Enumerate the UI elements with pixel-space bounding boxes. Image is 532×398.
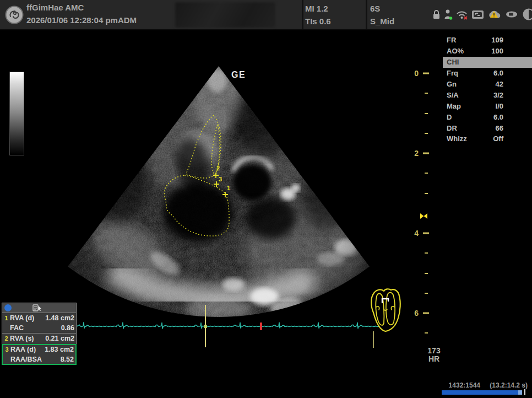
param-row-fr: FR109: [443, 35, 532, 46]
top-status-bar: ffGimHae AMC 2026/01/06 12:28:04 pmADM M…: [0, 0, 532, 30]
fan-orientation-label: GE: [231, 70, 246, 80]
measurement-row[interactable]: 3RAA (d)1.83 cm2: [3, 345, 75, 354]
status-icon-row: [432, 7, 532, 21]
preset-name: S_Mid: [370, 17, 394, 26]
status-dot: [4, 304, 12, 311]
operator-id: ADM: [118, 15, 137, 25]
measurement-number: 3: [4, 346, 9, 353]
measurement-row[interactable]: 2RVA (s)0.21 cm2: [2, 334, 76, 343]
imaging-parameters-panel: FR109AO%100CHIFrq6.0Gn42S/A3/2MapI/0D6.0…: [443, 35, 532, 144]
mi-label: MI: [305, 4, 314, 13]
user-online-icon[interactable]: [443, 7, 453, 21]
param-row-dr: DR66: [443, 122, 532, 133]
cine-progress-bar[interactable]: [442, 390, 522, 395]
mechanical-index: MI 1.2: [305, 4, 328, 13]
cine-time-range: (13.2:14.2 s): [484, 381, 528, 389]
cine-progress-head[interactable]: [518, 390, 522, 395]
param-label: D: [447, 113, 452, 121]
measurement-section: 2RVA (s)0.21 cm2: [2, 333, 76, 343]
measurement-value: 0.21 cm2: [45, 335, 74, 342]
measurement-section: 1RVA (d)1.48 cm2FAC0.86: [2, 313, 76, 333]
separator: [366, 0, 367, 29]
caliper-label: 2: [216, 165, 220, 171]
depth-ruler: 0246: [414, 69, 429, 334]
param-value: 6.0: [493, 69, 503, 77]
echo-sector: [44, 61, 397, 342]
measurement-row[interactable]: RAA/BSA8.52: [3, 354, 75, 364]
measurement-results-panel: 1RVA (d)1.48 cm2FAC0.862RVA (s)0.21 cm23…: [2, 303, 77, 365]
focus-marker: [424, 213, 428, 219]
param-label: AO%: [447, 47, 464, 55]
contrast-icon[interactable]: [522, 7, 532, 21]
param-label: DR: [447, 124, 457, 132]
ruler-major-tick: [423, 233, 429, 234]
measurement-panel-header: [2, 303, 76, 313]
patient-info-redacted: [175, 2, 275, 28]
ruler-minor-tick: [425, 273, 428, 274]
measurement-label: RAA/BSA: [10, 356, 42, 363]
param-value: 109: [491, 36, 503, 44]
param-value: Off: [493, 135, 503, 143]
param-label: CHI: [447, 58, 459, 66]
measurement-row[interactable]: FAC0.86: [2, 323, 76, 333]
measurement-value: 8.52: [61, 356, 74, 363]
ruler-depth-label: 0: [414, 69, 419, 78]
param-row-d: D6.0: [443, 111, 532, 122]
ruler-depth-label: 2: [414, 149, 419, 158]
measurement-row[interactable]: 1RVA (d)1.48 cm2: [2, 313, 76, 323]
param-row-frq: Frq6.0: [443, 68, 532, 79]
heart-rate-display: 173 HR: [424, 347, 444, 363]
lock-icon[interactable]: [432, 7, 441, 21]
cine-frame-counter: 1432:1544: [435, 381, 480, 389]
wifi-error-icon[interactable]: [455, 7, 469, 21]
heart-rate-value: 173: [424, 347, 444, 355]
datetime: 2026/01/06 12:28:04 pm: [26, 15, 118, 25]
param-value: 42: [496, 80, 503, 88]
param-row-map: MapI/0: [443, 100, 532, 111]
mi-value: 1.2: [317, 4, 328, 13]
ruler-minor-tick: [425, 113, 428, 114]
ruler-minor-tick: [425, 133, 428, 134]
param-value: 6.0: [493, 113, 503, 121]
measurement-value: 1.83 cm2: [45, 346, 74, 353]
ge-gateway-icon[interactable]: [471, 7, 485, 21]
caliper-label: 1: [227, 185, 230, 191]
caliper-icon: [32, 304, 42, 311]
param-label: FR: [447, 36, 456, 44]
datetime-operator: 2026/01/06 12:28:04 pmADM: [26, 15, 137, 25]
param-label: Map: [447, 102, 461, 110]
ruler-minor-tick: [425, 332, 428, 334]
measurement-number: 1: [4, 315, 9, 321]
ruler-major-tick: [423, 153, 429, 154]
heart-rate-label: HR: [424, 355, 444, 363]
measurement-label: RVA (d): [10, 314, 34, 322]
ruler-minor-tick: [425, 173, 428, 174]
caliper-label: 3: [219, 176, 222, 182]
param-value: 66: [496, 124, 503, 132]
param-value: 100: [491, 47, 503, 55]
ruler-major-tick: [423, 313, 429, 314]
focus-marker: [420, 213, 424, 219]
param-row-chi: CHI: [443, 57, 532, 68]
measurement-number: 2: [4, 335, 9, 342]
measurement-value: 1.48 cm2: [45, 314, 74, 322]
ruler-minor-tick: [425, 93, 428, 94]
param-row-whizz: WhizzOff: [443, 133, 532, 144]
thermal-index: TIs 0.6: [305, 17, 331, 26]
param-label: Frq: [447, 69, 458, 77]
measurement-value: 0.86: [61, 324, 74, 332]
measurement-label: RAA (d): [10, 346, 36, 353]
param-label: S/A: [447, 91, 459, 99]
ruler-minor-tick: [425, 293, 428, 294]
tis-label: TIs: [305, 17, 317, 26]
ecg-event-marker: [260, 322, 262, 330]
grayscale-bar: [9, 72, 24, 155]
usb-icon[interactable]: [504, 7, 520, 21]
ruler-major-tick: [423, 73, 429, 74]
param-row-gn: Gn42: [443, 79, 532, 90]
param-row-ao: AO%100: [443, 46, 532, 57]
ruler-depth-label: 6: [414, 309, 419, 318]
cloud-warning-icon[interactable]: [487, 7, 502, 21]
measurement-label: RVA (s): [10, 335, 34, 342]
measurement-section-active: 3RAA (d)1.83 cm2RAA/BSA8.52: [2, 344, 77, 365]
